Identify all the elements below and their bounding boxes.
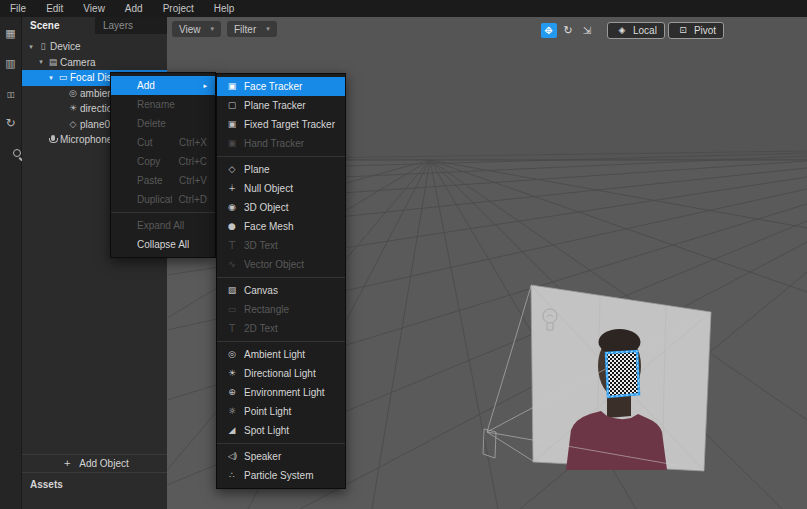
menubar-item-view[interactable]: View bbox=[73, 3, 115, 14]
filter-dropdown[interactable]: Filter ▾ bbox=[227, 21, 277, 37]
3d-text-icon bbox=[225, 241, 239, 251]
menubar-item-project[interactable]: Project bbox=[153, 3, 204, 14]
plane-tracker-icon bbox=[225, 101, 239, 110]
menu-item-label: Ambient Light bbox=[244, 349, 337, 360]
menu-item-plane-tracker[interactable]: Plane Tracker bbox=[217, 96, 345, 115]
menu-item-plane[interactable]: Plane bbox=[217, 160, 345, 179]
menu-item-fixed-target-tracker[interactable]: Fixed Target Tracker bbox=[217, 115, 345, 134]
scale-tool-button[interactable] bbox=[579, 23, 595, 38]
face-tracker-icon bbox=[225, 82, 239, 91]
menu-item-spot-light[interactable]: Spot Light bbox=[217, 421, 345, 440]
menu-item-label: Speaker bbox=[244, 451, 337, 462]
menubar-item-help[interactable]: Help bbox=[204, 3, 245, 14]
expand-caret-icon[interactable]: ▾ bbox=[46, 74, 56, 82]
menu-item-ambient-light[interactable]: Ambient Light bbox=[217, 345, 345, 364]
menubar-item-file[interactable]: File bbox=[0, 3, 36, 14]
face-tracker-overlay[interactable] bbox=[606, 351, 639, 397]
sidebar-sync-button[interactable] bbox=[1, 115, 21, 131]
rotate-tool-button[interactable] bbox=[560, 23, 576, 38]
menu-item-label: 2D Text bbox=[244, 323, 337, 334]
speaker-icon bbox=[225, 452, 239, 461]
viewport-dropdowns: View ▾ Filter ▾ bbox=[172, 21, 277, 37]
menu-item-label: Plane Tracker bbox=[244, 100, 337, 111]
sidebar-panels-button[interactable] bbox=[1, 25, 21, 41]
menu-item-label: Duplicate bbox=[137, 194, 172, 205]
menu-item-face-tracker[interactable]: Face Tracker bbox=[217, 77, 345, 96]
menu-item-label: Point Light bbox=[244, 406, 337, 417]
menu-item-face-mesh[interactable]: Face Mesh bbox=[217, 217, 345, 236]
menubar-item-edit[interactable]: Edit bbox=[36, 3, 73, 14]
tree-item-label: Device bbox=[50, 41, 81, 52]
menu-item-hand-tracker: Hand Tracker bbox=[217, 134, 345, 153]
tree-item-device[interactable]: ▾Device bbox=[22, 39, 167, 55]
plane-icon bbox=[66, 120, 80, 129]
expand-caret-icon[interactable]: ▾ bbox=[26, 43, 36, 51]
menu-item-duplicate: DuplicateCtrl+D bbox=[111, 190, 215, 209]
ambient-light-icon bbox=[225, 350, 239, 359]
menu-item-canvas[interactable]: Canvas bbox=[217, 281, 345, 300]
left-toolbar bbox=[0, 17, 22, 509]
menu-item-particle-system[interactable]: Particle System bbox=[217, 466, 345, 485]
menu-item-directional-light[interactable]: Directional Light bbox=[217, 364, 345, 383]
menu-item-label: Particle System bbox=[244, 470, 337, 481]
move-tool-button[interactable] bbox=[541, 23, 557, 38]
menu-item-2d-text: 2D Text bbox=[217, 319, 345, 338]
pivot-button[interactable]: Pivot bbox=[668, 22, 724, 39]
menu-item-null-object[interactable]: Null Object bbox=[217, 179, 345, 198]
null-object-icon bbox=[225, 184, 239, 193]
submenu-arrow-icon: ▸ bbox=[203, 82, 207, 90]
view-dropdown[interactable]: View ▾ bbox=[172, 21, 221, 37]
directional-light-icon bbox=[225, 369, 239, 378]
tab-label: Layers bbox=[103, 20, 133, 31]
hand-tracker-icon bbox=[225, 139, 239, 148]
menu-item-label: Face Mesh bbox=[244, 221, 337, 232]
preview-icon bbox=[7, 88, 14, 99]
sidebar-search-button[interactable] bbox=[1, 145, 21, 161]
menu-item-speaker[interactable]: Speaker bbox=[217, 447, 345, 466]
chevron-down-icon: ▾ bbox=[266, 25, 270, 33]
sidebar-preview-button[interactable] bbox=[1, 85, 21, 101]
menu-item-3d-object[interactable]: 3D Object bbox=[217, 198, 345, 217]
add-object-label: Add Object bbox=[79, 458, 128, 469]
menu-item-point-light[interactable]: Point Light bbox=[217, 402, 345, 421]
rotate-icon bbox=[561, 25, 575, 36]
pivot-icon bbox=[676, 26, 690, 35]
vector-object-icon bbox=[225, 260, 239, 269]
transform-toolbar: Local Pivot bbox=[541, 22, 724, 39]
menu-bar: FileEditViewAddProjectHelp bbox=[0, 0, 807, 17]
menubar-item-add[interactable]: Add bbox=[115, 3, 153, 14]
spot-light-icon bbox=[225, 426, 239, 435]
menu-item-label: Face Tracker bbox=[244, 81, 337, 92]
fixed-target-tracker-icon bbox=[225, 120, 239, 129]
add-object-button[interactable]: + Add Object bbox=[22, 454, 167, 473]
menu-separator bbox=[217, 277, 345, 278]
add-submenu: Face TrackerPlane TrackerFixed Target Tr… bbox=[216, 73, 346, 489]
expand-caret-icon[interactable]: ▾ bbox=[36, 58, 46, 66]
menu-item-environment-light[interactable]: Environment Light bbox=[217, 383, 345, 402]
menu-item-label: Vector Object bbox=[244, 259, 337, 270]
2d-text-icon bbox=[225, 324, 239, 334]
point-light-icon bbox=[225, 407, 239, 416]
menu-item-add[interactable]: Add▸ bbox=[111, 76, 215, 95]
view-dropdown-label: View bbox=[179, 24, 201, 35]
tab-scene[interactable]: Scene bbox=[22, 17, 95, 34]
menu-separator bbox=[217, 341, 345, 342]
sidebar-camera-view-button[interactable] bbox=[1, 55, 21, 71]
menu-item-collapse-all[interactable]: Collapse All bbox=[111, 235, 215, 254]
tab-layers[interactable]: Layers bbox=[95, 17, 167, 34]
environment-light-icon bbox=[225, 388, 239, 397]
tree-item-camera[interactable]: ▾Camera bbox=[22, 55, 167, 71]
local-button[interactable]: Local bbox=[607, 22, 665, 39]
assets-panel: Assets bbox=[22, 473, 167, 509]
menu-item-label: Add bbox=[137, 80, 203, 91]
menu-item-label: Rename bbox=[137, 99, 207, 110]
tree-item-label: Camera bbox=[60, 57, 96, 68]
tab-label: Scene bbox=[30, 20, 59, 31]
rectangle-icon bbox=[225, 305, 239, 314]
local-button-label: Local bbox=[633, 25, 657, 36]
scale-icon bbox=[580, 26, 594, 36]
menu-item-rectangle: Rectangle bbox=[217, 300, 345, 319]
menu-item-label: Environment Light bbox=[244, 387, 337, 398]
menu-separator bbox=[217, 443, 345, 444]
plus-icon: + bbox=[60, 459, 74, 468]
